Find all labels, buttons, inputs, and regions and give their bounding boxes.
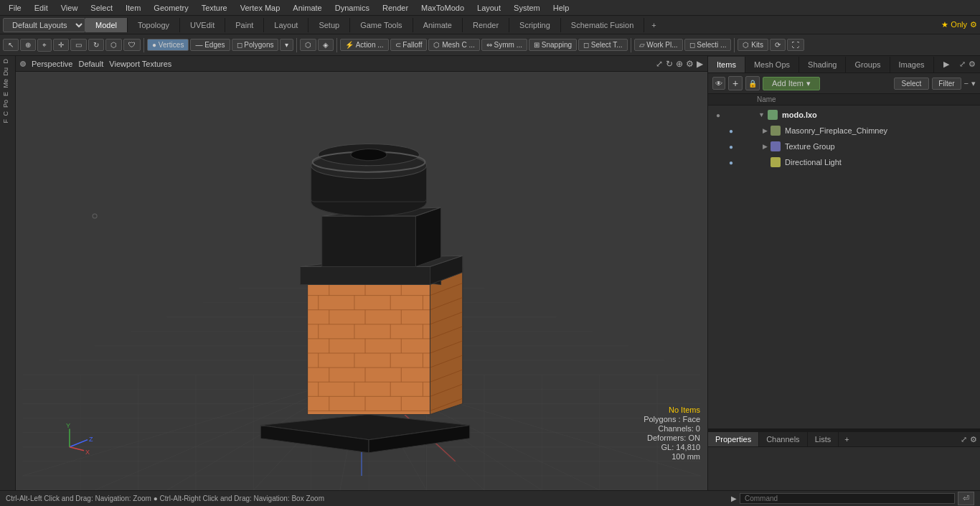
tb-kits[interactable]: ⬡ Kits <box>738 39 768 51</box>
items-lock-icon[interactable]: 🔒 <box>745 76 760 90</box>
tb-toggle2[interactable]: ◈ <box>318 39 334 51</box>
tree-item-group1[interactable]: ● ▶ Texture Group <box>708 139 980 154</box>
layout-dropdown[interactable]: Default Layouts <box>3 18 85 32</box>
tree-arrow-mesh1[interactable]: ▶ <box>763 127 768 134</box>
menu-vertexmap[interactable]: Vertex Map <box>235 2 286 14</box>
command-submit-button[interactable]: ⏎ <box>958 492 974 505</box>
menu-geometry[interactable]: Geometry <box>148 2 194 14</box>
sidebar-btn-c[interactable]: C <box>1 110 14 118</box>
menu-view[interactable]: View <box>55 2 84 14</box>
tab-schematicfusion[interactable]: Schematic Fusion <box>561 18 644 32</box>
props-tab-lists[interactable]: Lists <box>808 432 839 446</box>
sidebar-btn-d[interactable]: D <box>1 57 14 65</box>
col-icon-light1[interactable] <box>751 156 761 168</box>
tree-item-light1[interactable]: ● ▶ Directional Light <box>708 154 980 170</box>
add-layout-tab[interactable]: + <box>644 18 663 32</box>
tb-scale[interactable]: ⬡ <box>105 39 122 51</box>
menu-dynamics[interactable]: Dynamics <box>329 2 375 14</box>
tb-selecti[interactable]: ◻ Selecti ... <box>684 39 732 51</box>
menu-texture[interactable]: Texture <box>196 2 233 14</box>
tb-selectt[interactable]: ◻ Select T... <box>578 39 628 51</box>
tb-shield[interactable]: 🛡 <box>123 39 141 51</box>
tree-arrow-group1[interactable]: ▶ <box>763 143 768 150</box>
eye-icon-root[interactable]: ● <box>712 109 724 121</box>
tb-rect[interactable]: ▭ <box>70 39 87 51</box>
menu-render[interactable]: Render <box>377 2 414 14</box>
props-settings-icon[interactable]: ⚙ <box>970 435 977 444</box>
panel-tab-more[interactable]: ▶ <box>936 56 956 72</box>
props-tab-channels[interactable]: Channels <box>759 432 807 446</box>
eye-icon-light1[interactable]: ● <box>725 156 737 168</box>
sidebar-btn-m[interactable]: Me <box>1 78 14 90</box>
collapse-icon-root[interactable] <box>743 109 754 121</box>
viewport[interactable]: Perspective Default Viewport Textures ⤢ … <box>16 56 707 490</box>
menu-file[interactable]: File <box>3 2 27 14</box>
tree-item-root[interactable]: ● ▼ modo.lxo <box>708 107 980 123</box>
lock-icon-group1[interactable] <box>740 141 750 152</box>
panel-tab-images[interactable]: Images <box>890 57 934 72</box>
items-more-icon[interactable]: ▾ <box>971 79 976 88</box>
items-visibility-toggle[interactable]: 👁 <box>712 77 725 90</box>
menu-item[interactable]: Item <box>120 2 146 14</box>
props-tab-add[interactable]: + <box>839 432 854 446</box>
tb-falloff[interactable]: ⊂ Falloff <box>390 39 428 51</box>
lock-icon-light1[interactable] <box>740 156 750 168</box>
lock-icon-mesh1[interactable] <box>740 125 750 136</box>
panel-tab-shading[interactable]: Shading <box>799 57 846 72</box>
menu-edit[interactable]: Edit <box>29 2 54 14</box>
menu-layout[interactable]: Layout <box>471 2 507 14</box>
items-minus-icon[interactable]: − <box>964 79 969 88</box>
tree-arrow-root[interactable]: ▼ <box>758 111 765 118</box>
tab-animate[interactable]: Animate <box>413 18 463 32</box>
tab-uvedit[interactable]: UVEdit <box>180 18 225 32</box>
vp-settings[interactable]: ⚙ <box>686 59 694 69</box>
items-add-icon[interactable]: + <box>728 76 743 90</box>
tab-setup[interactable]: Setup <box>308 18 350 32</box>
sidebar-btn-po[interactable]: Po <box>1 98 14 109</box>
menu-help[interactable]: Help <box>547 2 575 14</box>
vp-rotate[interactable]: ↻ <box>666 59 673 69</box>
tb-lasso[interactable]: ⌖ <box>37 39 52 52</box>
layout-settings[interactable]: ⚙ <box>970 20 977 29</box>
tb-snap[interactable]: ⊞ Snapping <box>529 39 577 51</box>
vp-expand[interactable]: ▶ <box>697 59 703 69</box>
tb-rotate[interactable]: ↻ <box>88 39 104 51</box>
vp-fullscreen[interactable]: ⤢ <box>656 59 663 69</box>
tb-world[interactable]: ⊕ <box>20 39 36 51</box>
command-input[interactable] <box>740 493 955 504</box>
viewport-texture[interactable]: Viewport Textures <box>109 60 171 68</box>
tb-mode-extra[interactable]: ▾ <box>280 39 293 51</box>
eye-icon-group1[interactable]: ● <box>725 141 737 152</box>
tb-transform[interactable]: ✛ <box>53 39 69 51</box>
tab-paint[interactable]: Paint <box>225 18 264 32</box>
lock-icon-root[interactable] <box>727 109 738 121</box>
tree-item-mesh1[interactable]: ● ▶ Masonry_Fireplace_Chimney <box>708 123 980 139</box>
tb-mesh[interactable]: ⬡ Mesh C ... <box>428 39 479 51</box>
vp-zoom[interactable]: ⊕ <box>676 59 683 69</box>
tab-scripting[interactable]: Scripting <box>509 18 561 32</box>
panel-tab-items[interactable]: Items <box>708 57 745 72</box>
select-button[interactable]: Select <box>894 78 930 90</box>
viewport-mode[interactable]: Perspective <box>32 60 72 68</box>
props-expand-icon[interactable]: ⤢ <box>961 435 967 444</box>
eye-icon-mesh1[interactable]: ● <box>725 125 737 136</box>
panel-tab-groups[interactable]: Groups <box>846 57 890 72</box>
tb-edges[interactable]: — Edges <box>190 39 230 51</box>
tab-gametools[interactable]: Game Tools <box>350 18 413 32</box>
tb-polygons[interactable]: ◻ Polygons <box>232 39 279 51</box>
tab-topology[interactable]: Topology <box>128 18 180 32</box>
tb-workpl[interactable]: ▱ Work Pl... <box>634 39 683 51</box>
menu-animate[interactable]: Animate <box>287 2 327 14</box>
add-item-button[interactable]: Add Item ▾ <box>763 77 820 90</box>
panel-settings-icon[interactable]: ⚙ <box>969 60 976 69</box>
filter-button[interactable]: Filter <box>932 78 961 90</box>
col-icon-mesh1[interactable] <box>751 125 761 136</box>
panel-expand-icon[interactable]: ⤢ <box>959 60 966 69</box>
sidebar-btn-f[interactable]: F <box>1 118 14 125</box>
tb-toggle1[interactable]: ⬡ <box>300 39 316 51</box>
menu-maxtomodo[interactable]: MaxToModo <box>415 2 470 14</box>
tb-cam2[interactable]: ⛶ <box>787 39 804 51</box>
tab-render[interactable]: Render <box>463 18 509 32</box>
sidebar-btn-e[interactable]: E <box>1 90 14 98</box>
tb-select-mode[interactable]: ↖ <box>3 39 19 51</box>
